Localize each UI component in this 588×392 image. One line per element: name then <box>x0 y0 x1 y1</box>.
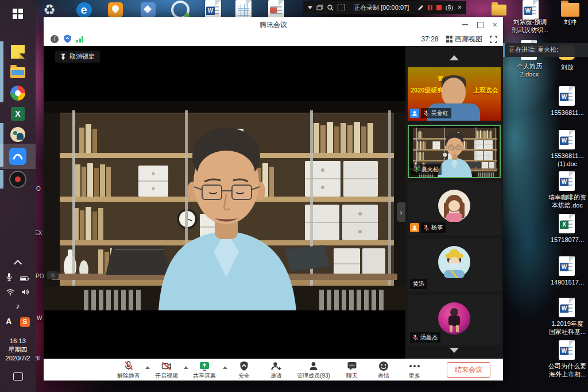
members-icon <box>308 360 319 372</box>
desktop-file-ruixing[interactable] <box>558 172 576 190</box>
show-hidden-icons[interactable] <box>0 259 36 269</box>
start-video-button[interactable]: 开启视频 <box>149 361 184 380</box>
start-button[interactable] <box>9 5 27 23</box>
taskbar-sticky-notes[interactable] <box>9 43 27 61</box>
minimize-button[interactable] <box>462 24 468 25</box>
participants-sidebar: 管 2020级研究生 上双选会 吴金红 <box>405 46 503 359</box>
taskbar-tencent-meeting[interactable] <box>9 147 27 166</box>
share-screen-button[interactable]: 共享屏幕 <box>187 361 222 380</box>
desktop-file-gongsi[interactable] <box>558 341 576 359</box>
battery-icon <box>20 276 30 282</box>
file-label[interactable]: 刘放 <box>543 63 588 71</box>
desktop-file-2019[interactable] <box>558 299 576 316</box>
word-file-icon <box>559 130 575 149</box>
magnifier-icon[interactable] <box>327 5 334 11</box>
desktop-file-liuziwei[interactable] <box>521 1 540 18</box>
participant-avatar <box>438 302 470 335</box>
taskbar-recorder[interactable] <box>9 170 27 189</box>
taskbar-excel[interactable] <box>9 105 27 123</box>
emoji-button[interactable]: 表情 <box>366 361 401 380</box>
desktop-file-1490[interactable] <box>558 258 576 275</box>
mic-muted-icon <box>424 225 429 231</box>
folder-icon <box>492 5 506 16</box>
taskbar-browser[interactable] <box>9 84 27 102</box>
recorder-dropdown-icon[interactable] <box>308 6 312 9</box>
desktop-folder-liuchong[interactable] <box>561 1 579 18</box>
invite-button[interactable]: 邀请 <box>259 361 293 380</box>
excel-icon <box>11 107 25 121</box>
label-fragment: EX <box>34 230 42 236</box>
desktop-file-1553b[interactable] <box>558 131 576 148</box>
participant-figure <box>442 78 466 106</box>
participant-thumb-tangxinjie[interactable]: 汤鑫杰 <box>408 295 501 345</box>
participant-thumb-yangzheng[interactable]: 杨筝 <box>408 182 501 235</box>
scroll-down-arrow[interactable] <box>405 348 503 353</box>
tray-row-1[interactable] <box>0 272 36 284</box>
close-recorder-icon[interactable]: × <box>457 4 462 11</box>
participant-name: 夏火松 <box>421 166 439 174</box>
ime-indicator[interactable]: A <box>6 317 11 326</box>
window-title: 腾讯会议 <box>44 17 503 33</box>
maximize-button[interactable] <box>477 22 483 28</box>
tray-row-3[interactable]: A <box>0 316 36 327</box>
chevron-up-icon <box>14 260 22 268</box>
security-shield-icon[interactable] <box>64 34 71 43</box>
tray-row-2[interactable] <box>0 287 36 298</box>
participant-thumb-wujinhong[interactable]: 管 2020级研究生 上双选会 吴金红 <box>408 67 501 121</box>
window-titlebar[interactable]: 腾讯会议 × <box>44 17 503 32</box>
share-screen-icon <box>199 360 210 372</box>
desktop-file-excel[interactable] <box>558 215 576 232</box>
taskbar-file-explorer[interactable] <box>9 63 27 82</box>
file-label[interactable]: 15718077... <box>543 236 588 244</box>
file-label[interactable]: 刘冲 <box>546 18 588 26</box>
gallery-view-toggle[interactable]: 画廊视图 <box>446 34 483 44</box>
screenshot-camera-icon[interactable] <box>446 5 453 10</box>
flame-app-icon[interactable] <box>106 1 125 18</box>
fullscreen-icon[interactable] <box>490 36 497 43</box>
action-center-button[interactable] <box>0 372 36 383</box>
tray-music-app[interactable]: ♪ <box>0 301 36 310</box>
label-fragment: O <box>36 186 41 192</box>
security-button[interactable]: 安全 <box>227 361 261 380</box>
more-button[interactable]: 更多 <box>397 361 432 380</box>
file-label[interactable]: 瑞幸咖啡的资本烘焙.doc <box>543 193 588 209</box>
recorder-window-icon[interactable] <box>316 5 323 10</box>
close-button[interactable]: × <box>493 22 497 28</box>
spreadsheet-doc-icon[interactable] <box>234 1 253 18</box>
file-label[interactable]: 15536811... <box>543 109 588 117</box>
pause-record-icon[interactable] <box>428 5 432 10</box>
cohost-badge-icon <box>410 223 419 232</box>
stop-record-icon[interactable] <box>436 5 442 10</box>
taskbar-clock[interactable]: 16:13 星期四 2020/7/2 <box>0 337 36 363</box>
pencil-icon[interactable] <box>417 5 424 11</box>
end-meeting-button[interactable]: 结束会议 <box>447 362 490 378</box>
scroll-up-arrow[interactable] <box>405 55 503 60</box>
box-app-icon[interactable] <box>139 1 157 18</box>
participant-thumb-xiahuosong[interactable]: 夏火松 <box>408 125 501 178</box>
sidebar-collapse-handle[interactable]: › <box>397 202 405 222</box>
chat-button[interactable]: 聊天 <box>335 361 369 380</box>
word-doc-icon[interactable] <box>204 1 222 18</box>
recycle-bin-icon[interactable]: ♻ <box>40 1 59 18</box>
participant-thumb-huangxun[interactable]: 黄迅 <box>408 239 501 291</box>
unpin-button[interactable]: 取消锁定 <box>55 51 100 63</box>
manage-members-button[interactable]: 管理成员(93) <box>291 361 336 380</box>
taskbar-contacts-app[interactable] <box>9 125 27 144</box>
file-label[interactable]: 1.2019年度国家社科基... <box>543 320 588 336</box>
partial-folder-icon[interactable] <box>490 1 508 18</box>
marked-doc-icon[interactable] <box>267 1 285 18</box>
file-label[interactable]: 公司为什么要海外上市相... <box>543 362 588 378</box>
participant-name: 汤鑫杰 <box>420 333 438 341</box>
ring-app-icon[interactable] <box>171 1 189 18</box>
meeting-info-icon[interactable] <box>51 35 59 43</box>
sogou-input-icon[interactable] <box>20 317 30 327</box>
wifi-icon <box>6 289 14 295</box>
file-label[interactable]: 14901517... <box>543 278 588 286</box>
sticky-note-icon <box>11 45 25 59</box>
edge-browser-icon[interactable] <box>75 1 93 18</box>
edge-icon <box>76 2 92 18</box>
desktop-file-1553a[interactable] <box>558 87 576 105</box>
unmute-button[interactable]: 解除静音 <box>111 361 146 380</box>
file-label[interactable]: 15536811...(1).doc <box>543 152 588 168</box>
region-select-icon[interactable] <box>338 5 345 10</box>
